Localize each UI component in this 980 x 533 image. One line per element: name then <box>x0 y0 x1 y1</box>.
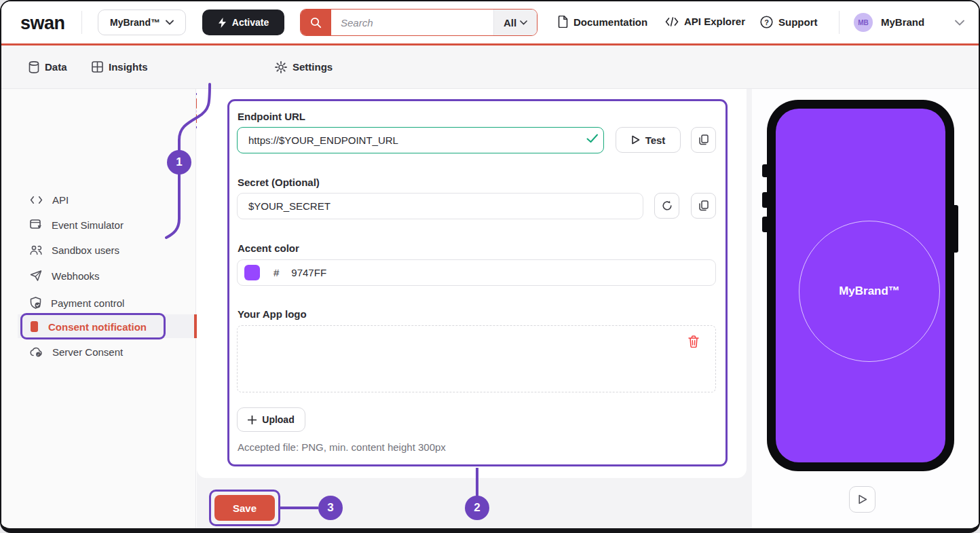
swan-logo: swan <box>20 13 65 34</box>
copy-secret-button[interactable] <box>691 193 716 219</box>
sidebar-item-label: Event Simulator <box>52 219 124 231</box>
search-input[interactable] <box>331 10 493 35</box>
chevron-down-icon <box>520 20 527 25</box>
activate-button[interactable]: Activate <box>202 10 284 35</box>
endpoint-url-label: Endpoint URL <box>238 111 305 122</box>
annotation-step-3: 3 <box>318 496 343 520</box>
save-label: Save <box>233 502 257 514</box>
sidebar-item-label: API <box>52 194 69 206</box>
help-icon: ? <box>760 16 773 29</box>
divider <box>839 11 840 34</box>
valid-check-icon <box>586 134 599 143</box>
event-simulator-icon <box>30 219 42 230</box>
phone-screen: MyBrand™ <box>776 109 945 462</box>
document-icon <box>558 16 568 28</box>
nav-tab-insights-label: Insights <box>109 61 148 73</box>
preview-play-button[interactable] <box>849 486 875 513</box>
nav-tab-settings[interactable]: Settings <box>275 45 333 88</box>
top-header: swan MyBrand™ Activate All Documentation <box>1 1 979 43</box>
nav-tab-settings-label: Settings <box>293 61 333 73</box>
nav-tab-insights[interactable]: Insights <box>92 45 148 88</box>
database-icon <box>29 61 39 73</box>
bolt-icon <box>218 18 227 28</box>
secret-label: Secret (Optional) <box>238 177 320 188</box>
annotation-step-2: 2 <box>465 496 489 520</box>
test-label: Test <box>645 134 666 146</box>
chevron-down-icon <box>166 20 174 25</box>
hash-prefix: # <box>274 267 279 278</box>
annotation-connector-3 <box>280 507 318 509</box>
search-icon <box>301 10 331 35</box>
accent-color-input[interactable]: # 9747FF <box>237 259 716 286</box>
api-explorer-label: API Explorer <box>684 16 745 27</box>
annotation-connector-2 <box>476 468 478 496</box>
plus-icon <box>248 416 257 424</box>
documentation-label: Documentation <box>573 16 647 28</box>
upload-label: Upload <box>262 414 294 425</box>
save-button[interactable]: Save <box>214 495 275 521</box>
svg-text:?: ? <box>764 18 769 26</box>
refresh-icon <box>662 200 673 211</box>
endpoint-url-input[interactable] <box>237 127 604 153</box>
sidebar-item-label: Payment control <box>51 297 124 309</box>
app-logo-label: Your App logo <box>238 308 307 320</box>
play-icon <box>631 135 640 145</box>
account-name: MyBrand <box>881 16 924 28</box>
grid-icon <box>92 61 103 73</box>
cloud-icon: ✓ <box>30 347 43 357</box>
play-icon <box>858 494 867 504</box>
sidebar-item-label: Webhooks <box>52 270 100 282</box>
sidebar-item-webhooks[interactable]: Webhooks <box>1 265 196 287</box>
gear-icon <box>275 61 287 73</box>
copy-icon <box>699 134 709 145</box>
api-explorer-link[interactable]: API Explorer <box>665 16 745 27</box>
svg-text:✓: ✓ <box>37 352 40 356</box>
upload-button[interactable]: Upload <box>237 407 305 432</box>
annotation-outline-form: Endpoint URL Test Secret (Optional) Acce… <box>227 99 728 466</box>
phone-mockup: MyBrand™ <box>767 100 954 471</box>
accent-color-label: Accent color <box>238 242 299 254</box>
documentation-link[interactable]: Documentation <box>558 16 647 28</box>
avatar-initials: MB <box>858 19 869 26</box>
search-filter-dropdown[interactable]: All <box>493 10 537 35</box>
test-button[interactable]: Test <box>616 127 681 153</box>
regenerate-secret-button[interactable] <box>654 193 679 219</box>
shield-check-icon <box>30 297 41 309</box>
sidebar-item-payment-control[interactable]: Payment control <box>1 292 196 314</box>
annotation-step-1: 1 <box>167 150 191 174</box>
account-chevron-down-icon[interactable] <box>955 20 964 26</box>
code-icon <box>30 196 43 204</box>
search-filter-label: All <box>504 17 516 29</box>
copy-icon <box>699 200 709 211</box>
code-icon <box>665 17 679 26</box>
activate-label: Activate <box>232 17 269 28</box>
logo-dropzone[interactable] <box>237 325 716 392</box>
sidebar-item-server-consent[interactable]: ✓ Server Consent <box>1 341 196 363</box>
send-icon <box>30 270 42 281</box>
upload-hint: Accepted file: PNG, min. content height … <box>238 441 446 453</box>
divider <box>81 11 82 34</box>
secret-input[interactable] <box>237 193 643 219</box>
accent-color-value: 9747FF <box>291 267 326 278</box>
users-icon <box>30 245 42 255</box>
sidebar-item-label: Sandbox users <box>52 244 119 256</box>
preview-brand-name: MyBrand™ <box>839 284 900 298</box>
avatar[interactable]: MB <box>854 13 873 32</box>
nav-tab-data-label: Data <box>45 61 67 73</box>
trash-icon[interactable] <box>688 335 699 348</box>
nav-tab-data[interactable]: Data <box>29 45 67 88</box>
sidebar-item-label: Server Consent <box>52 346 123 358</box>
brand-circle: MyBrand™ <box>799 221 940 362</box>
search-bar[interactable]: All <box>300 9 538 36</box>
app-window: swan MyBrand™ Activate All Documentation <box>0 0 980 533</box>
support-link[interactable]: ? Support <box>760 16 818 29</box>
project-selector-label: MyBrand™ <box>110 17 160 28</box>
accent-color-swatch[interactable] <box>244 265 260 280</box>
annotation-outline-consent-notification <box>20 313 166 339</box>
copy-endpoint-button[interactable] <box>691 127 716 153</box>
support-label: Support <box>778 16 818 28</box>
main-nav: Data Insights Developers Settings Sandbo… <box>1 45 979 89</box>
project-selector-dropdown[interactable]: MyBrand™ <box>98 10 186 35</box>
